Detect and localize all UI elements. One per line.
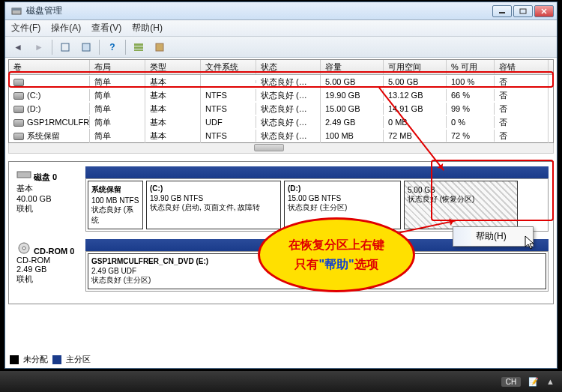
- svg-rect-3: [520, 9, 526, 13]
- toolbar-box-icon[interactable]: [57, 39, 73, 55]
- back-button[interactable]: ◄: [10, 39, 26, 55]
- disk-management-window: 磁盘管理 文件(F) 操作(A) 查看(V) 帮助(H) ◄ ► ? 卷 布局 …: [4, 1, 558, 369]
- volume-row[interactable]: (C:)简单基本NTFS状态良好 (…19.90 GB13.12 GB66 %否: [9, 88, 553, 102]
- volume-list: 卷 布局 类型 文件系统 状态 容量 可用空间 % 可用 容错 简单基本状态良好…: [8, 59, 554, 143]
- minimize-button[interactable]: [492, 5, 512, 17]
- cursor-icon: [525, 235, 537, 250]
- partition-c[interactable]: (C:) 19.90 GB NTFS 状态良好 (启动, 页面文件, 故障转: [146, 181, 281, 229]
- close-button[interactable]: [534, 5, 554, 17]
- volume-row[interactable]: GSP1RMCULFRE…简单基本UDF状态良好 (…2.49 GB0 MB0 …: [9, 115, 553, 129]
- col-free[interactable]: 可用空间: [384, 60, 447, 74]
- menu-file[interactable]: 文件(F): [11, 22, 40, 34]
- maximize-button[interactable]: [513, 5, 533, 17]
- col-fs[interactable]: 文件系统: [201, 60, 256, 74]
- col-status[interactable]: 状态: [256, 60, 321, 74]
- list-view-icon[interactable]: [130, 39, 147, 55]
- volume-row[interactable]: 系统保留简单基本NTFS状态良好 (…100 MB72 MB72 %否: [9, 129, 553, 142]
- legend-primary-label: 主分区: [66, 354, 91, 365]
- annotation-line2: 只有"帮助"选项: [294, 255, 378, 274]
- language-indicator[interactable]: CH: [501, 377, 521, 387]
- horizontal-scrollbar[interactable]: [8, 143, 554, 154]
- legend-unallocated-swatch: [10, 355, 19, 364]
- app-icon: [11, 6, 22, 16]
- taskbar: CH 📝 ▲: [0, 371, 562, 392]
- legend-primary-swatch: [52, 355, 61, 364]
- svg-rect-11: [156, 43, 163, 51]
- svg-rect-6: [61, 43, 69, 51]
- svg-point-14: [22, 247, 25, 250]
- legend: 未分配 主分区: [10, 354, 91, 365]
- disk-0-row: 磁盘 0 基本 40.00 GB 联机 系统保留 100 MB NTFS 状态良…: [13, 166, 549, 232]
- window-title: 磁盘管理: [26, 4, 492, 17]
- context-menu: 帮助(H): [453, 226, 534, 247]
- disk-0-label: 磁盘 0 基本 40.00 GB 联机: [13, 166, 85, 232]
- menu-view[interactable]: 查看(V): [91, 22, 121, 34]
- col-capacity[interactable]: 容量: [321, 60, 384, 74]
- annotation-line1: 在恢复分区上右键: [288, 235, 384, 255]
- col-fault[interactable]: 容错: [495, 60, 549, 74]
- tray-chevron-icon[interactable]: ▲: [546, 377, 555, 386]
- refresh-icon[interactable]: [78, 39, 94, 55]
- toolbar: ◄ ► ?: [5, 37, 557, 58]
- svg-rect-9: [134, 46, 143, 49]
- menu-action[interactable]: 操作(A): [51, 22, 81, 34]
- legend-unallocated-label: 未分配: [23, 354, 48, 365]
- ime-icon[interactable]: 📝: [528, 377, 539, 387]
- context-menu-help[interactable]: 帮助(H): [453, 227, 533, 246]
- menubar: 文件(F) 操作(A) 查看(V) 帮助(H): [5, 20, 557, 37]
- col-layout[interactable]: 布局: [90, 60, 145, 74]
- svg-rect-12: [17, 172, 31, 178]
- cdrom-0-label: CD-ROM 0 CD-ROM 2.49 GB 联机: [13, 239, 85, 292]
- detail-view-icon[interactable]: [151, 39, 168, 55]
- volume-row[interactable]: 简单基本状态良好 (…5.00 GB5.00 GB100 %否: [9, 75, 553, 88]
- forward-button[interactable]: ►: [31, 39, 47, 55]
- partition-system-reserved[interactable]: 系统保留 100 MB NTFS 状态良好 (系统: [88, 181, 143, 229]
- col-type[interactable]: 类型: [145, 60, 201, 74]
- partition-recovery[interactable]: 5.00 GB 状态良好 (恢复分区): [404, 181, 518, 229]
- help-icon[interactable]: ?: [104, 39, 121, 55]
- volume-list-header: 卷 布局 类型 文件系统 状态 容量 可用空间 % 可用 容错: [9, 60, 553, 75]
- menu-help[interactable]: 帮助(H): [132, 22, 163, 34]
- volume-row[interactable]: (D:)简单基本NTFS状态良好 (…15.00 GB14.91 GB99 %否: [9, 102, 553, 115]
- disk-icon: [16, 169, 31, 180]
- col-volume[interactable]: 卷: [9, 60, 90, 74]
- cdrom-icon: [16, 242, 31, 254]
- svg-rect-10: [134, 49, 143, 51]
- titlebar: 磁盘管理: [5, 2, 557, 20]
- svg-rect-7: [82, 43, 90, 51]
- svg-rect-1: [12, 8, 21, 10]
- col-pct[interactable]: % 可用: [447, 60, 495, 74]
- annotation-callout: 在恢复分区上右键 只有"帮助"选项: [258, 217, 415, 292]
- svg-rect-8: [134, 43, 143, 46]
